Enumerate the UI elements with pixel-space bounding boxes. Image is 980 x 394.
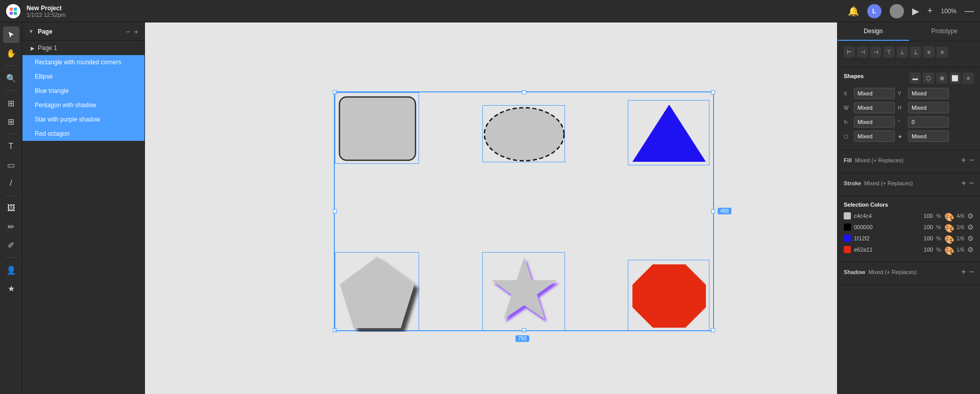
color-blend-icon-2[interactable]: 🎨	[944, 235, 951, 242]
color-hex-1: 000000	[854, 224, 915, 230]
svg-marker-7	[340, 257, 414, 328]
color-settings-icon-3[interactable]: ⚙	[967, 245, 974, 254]
color-blend-icon-3[interactable]: 🎨	[944, 246, 951, 253]
rotation-row: ↻ °	[844, 116, 974, 128]
line-tool[interactable]: /	[3, 175, 19, 191]
rect-tool[interactable]: ▭	[3, 157, 19, 173]
tab-prototype[interactable]: Prototype	[909, 22, 981, 41]
app-logo	[6, 4, 20, 18]
panel-minus-icon[interactable]: −	[126, 28, 130, 36]
corner-icon: ⬡	[844, 134, 851, 139]
image-tool[interactable]: 🖼	[3, 200, 19, 216]
tab-design[interactable]: Design	[838, 22, 909, 41]
text-tool[interactable]: T	[3, 138, 19, 155]
color-rows: c4c4c4 100 % 🎨 4/6 ⚙ 000000 100 % 🎨 2/6 …	[844, 212, 974, 254]
handle-mr[interactable]	[711, 209, 715, 213]
shape-icon-5[interactable]: ≡	[963, 72, 974, 84]
color-settings-icon-0[interactable]: ⚙	[967, 212, 974, 220]
select-tool[interactable]	[3, 27, 19, 43]
x-label: X	[844, 91, 851, 96]
pen-tool[interactable]: ✏	[3, 218, 19, 235]
color-row-1: 000000 100 % 🎨 2/6 ⚙	[844, 223, 974, 231]
align-right-icon[interactable]: ⊣	[870, 46, 881, 58]
shape-cell-octagon[interactable]	[628, 260, 709, 331]
fill-add-btn[interactable]: +	[961, 156, 966, 165]
project-name: New Project	[27, 5, 842, 12]
rotation-deg-input[interactable]	[908, 116, 949, 128]
color-swatch-0[interactable]	[844, 212, 851, 219]
shape-icon-2[interactable]: ⬡	[923, 72, 934, 84]
layer-rect[interactable]: Rectangle with rounded corners	[22, 55, 144, 69]
zoom-level[interactable]: 100%	[941, 8, 957, 15]
distribute-v-icon[interactable]: ≡	[937, 46, 948, 58]
color-settings-icon-1[interactable]: ⚙	[967, 223, 974, 231]
color-swatch-2[interactable]	[844, 235, 851, 242]
layer-pentagon[interactable]: Pentagon with shadow	[22, 98, 144, 112]
layer-triangle[interactable]: Blue triangle	[22, 84, 144, 98]
search-tool[interactable]: 🔍	[3, 70, 19, 86]
layer-octagon[interactable]: Red octagon	[22, 127, 144, 141]
align-center-v-icon[interactable]: ⊥	[897, 46, 908, 58]
corner2-icon: ★	[898, 134, 905, 139]
align-top-icon[interactable]: ⊤	[884, 46, 895, 58]
person-tool[interactable]: 👤	[3, 262, 19, 278]
canvas-area[interactable]: 489 793	[145, 22, 837, 394]
shadow-minus-btn[interactable]: −	[969, 267, 974, 277]
handle-tr[interactable]	[711, 90, 715, 94]
shape-cell-rect[interactable]	[335, 92, 419, 164]
handle-ml[interactable]	[333, 209, 337, 213]
user-avatar[interactable]: L	[867, 4, 881, 18]
handle-br[interactable]	[711, 328, 715, 332]
grid-tool[interactable]: ⊞	[3, 113, 19, 130]
shape-icon-1[interactable]: ▬	[910, 72, 921, 84]
layer-star[interactable]: Star with purple shadow	[22, 112, 144, 127]
corner-input1[interactable]	[854, 131, 895, 142]
layer-ellipse[interactable]: Ellipse	[22, 69, 144, 84]
h-input[interactable]	[908, 102, 949, 113]
w-input[interactable]	[854, 102, 895, 113]
frame-tool[interactable]: ⊞	[3, 95, 19, 111]
layer-rect-label: Rectangle with rounded corners	[35, 59, 121, 66]
toolbar-separator-3	[5, 134, 17, 134]
align-left-icon[interactable]: ⊢	[844, 46, 855, 58]
panel-plus-icon[interactable]: +	[134, 28, 138, 36]
page-1-item[interactable]: ▶ Page 1	[22, 41, 144, 55]
color-swatch-1[interactable]	[844, 224, 851, 231]
handle-tm[interactable]	[522, 90, 526, 94]
x-input[interactable]	[854, 88, 895, 99]
notification-icon[interactable]: 🔔	[848, 6, 859, 17]
shape-cell-star[interactable]	[482, 252, 565, 331]
color-pct-2: %	[936, 235, 941, 241]
right-panel-tabs: Design Prototype	[838, 22, 980, 41]
star-tool[interactable]: ★	[3, 280, 19, 297]
zoom-out-icon[interactable]: —	[965, 6, 974, 16]
add-icon[interactable]: +	[927, 6, 933, 16]
shape-icon-4[interactable]: ⬜	[949, 72, 961, 84]
color-blend-icon-1[interactable]: 🎨	[944, 224, 951, 231]
shadow-add-btn[interactable]: +	[961, 267, 966, 277]
distribute-h-icon[interactable]: ≡	[923, 46, 935, 58]
color-swatch-3[interactable]	[844, 246, 851, 253]
stroke-add-btn[interactable]: +	[961, 179, 966, 188]
shapes-section: Shapes ▬ ⬡ ⊕ ⬜ ≡ X Y W H	[838, 67, 980, 151]
stroke-minus-btn[interactable]: −	[969, 179, 974, 188]
y-label: Y	[898, 91, 905, 96]
rotation-input[interactable]	[854, 116, 895, 128]
pencil-tool[interactable]: ✐	[3, 237, 19, 253]
toolbar-separator-5	[5, 257, 17, 258]
dim-badge-bottom: 793	[516, 335, 529, 342]
shape-icon-3[interactable]: ⊕	[936, 72, 947, 84]
y-input[interactable]	[908, 88, 949, 99]
color-blend-icon-0[interactable]: 🎨	[944, 212, 951, 219]
fill-minus-btn[interactable]: −	[969, 156, 974, 165]
shape-cell-triangle[interactable]	[628, 100, 709, 165]
align-bottom-icon[interactable]: ⊥	[910, 46, 921, 58]
shape-cell-pentagon[interactable]	[335, 252, 419, 331]
pan-tool[interactable]: ✋	[3, 45, 19, 61]
corner-input2[interactable]	[908, 131, 949, 142]
shape-cell-ellipse[interactable]	[482, 105, 565, 162]
layer-star-label: Star with purple shadow	[35, 116, 100, 123]
play-icon[interactable]: ▶	[912, 6, 919, 17]
color-settings-icon-2[interactable]: ⚙	[967, 234, 974, 242]
align-center-h-icon[interactable]: ⊣	[857, 46, 868, 58]
